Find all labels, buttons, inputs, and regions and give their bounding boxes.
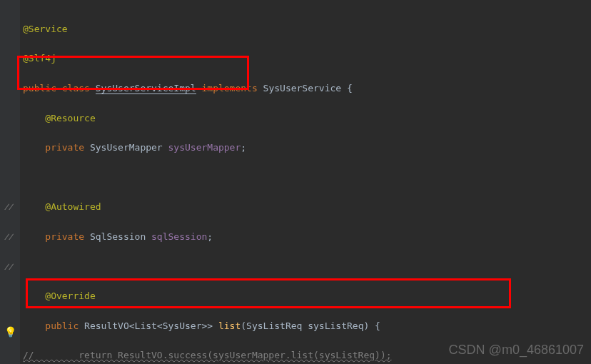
code-line: private SysUserMapper sysUserMapper;: [23, 141, 591, 156]
code-line: @Override: [23, 289, 591, 304]
code-line: @Autowired: [23, 200, 591, 215]
edit-marker-icon: //: [4, 231, 14, 241]
code-line: public ResultVO<List<SysUser>> list(SysL…: [23, 319, 591, 334]
edit-marker-icon: //: [4, 201, 14, 211]
code-editor[interactable]: @Service @Slf4j public class SysUserServ…: [0, 0, 591, 364]
edit-marker-icon: //: [4, 261, 14, 271]
intention-bulb-icon[interactable]: 💡: [4, 324, 14, 334]
code-line: [23, 260, 591, 275]
code-line: @Resource: [23, 111, 591, 126]
code-line: @Slf4j: [23, 51, 591, 66]
editor-gutter: // // // 💡: [0, 0, 20, 364]
code-line: public class SysUserServiceImpl implemen…: [23, 81, 591, 96]
code-line: private SqlSession sqlSession;: [23, 230, 591, 245]
code-line: @Service: [23, 22, 591, 37]
watermark-text: CSDN @m0_46861007: [449, 340, 584, 360]
code-line: [23, 171, 591, 186]
